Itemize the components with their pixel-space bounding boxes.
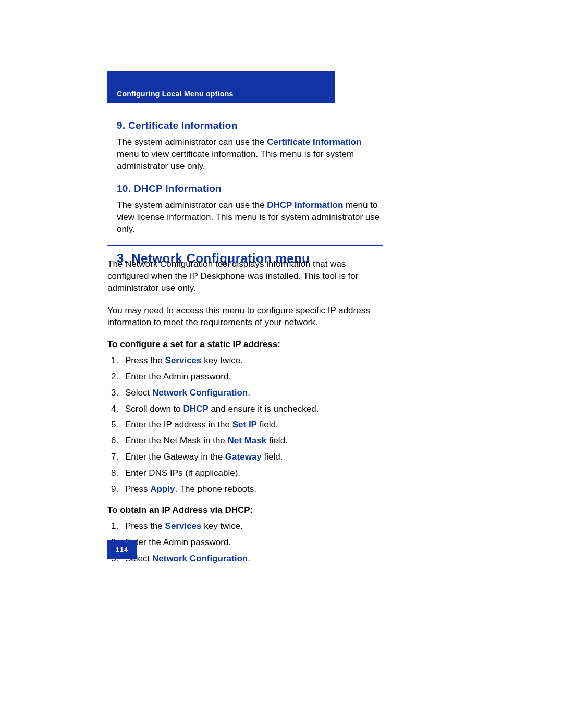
text: Press the xyxy=(125,521,165,531)
text: key twice. xyxy=(202,355,243,365)
text: The system administrator can use the xyxy=(117,200,267,210)
inline-bold: Gateway xyxy=(225,452,262,462)
text: Scroll down to xyxy=(125,404,183,414)
heading-dhcp-info: 10. DHCP Information xyxy=(117,183,383,194)
heading-certificate-info: 9. Certificate Information xyxy=(117,120,383,131)
step-item: Press the Services key twice. xyxy=(121,521,383,533)
step-item: Scroll down to DHCP and ensure it is unc… xyxy=(121,403,383,415)
inline-bold: Net Mask xyxy=(228,436,267,446)
text: menu to view certificate information. Th… xyxy=(117,149,354,171)
chapter-header: Configuring Local Menu options xyxy=(107,71,335,103)
text: . xyxy=(248,388,250,398)
inline-bold: Services xyxy=(165,521,202,531)
text: Press the xyxy=(125,355,165,365)
procedure-title-static-ip: To configure a set for a static IP addre… xyxy=(107,339,383,350)
para-net-1: The Network Configuration tool displays … xyxy=(107,258,383,294)
section-rule xyxy=(107,245,383,246)
step-item: Enter the Net Mask in the Net Mask field… xyxy=(121,435,383,447)
chapter-header-text: Configuring Local Menu options xyxy=(117,90,234,98)
step-item: Enter DNS IPs (if applicable). xyxy=(121,467,383,479)
inline-bold: Certificate Information xyxy=(267,137,361,147)
inline-bold: Set IP xyxy=(232,419,257,429)
content-lower: The Network Configuration tool displays … xyxy=(107,243,383,574)
para-certificate-info: The system administrator can use the Cer… xyxy=(117,137,383,172)
procedure-title-dhcp: To obtain an IP Address via DHCP: xyxy=(107,505,383,515)
text: field. xyxy=(266,436,288,446)
step-item: Press Apply. The phone reboots. xyxy=(121,484,383,496)
text: Enter the Net Mask in the xyxy=(125,436,228,446)
document-page: Configuring Local Menu options 9. Certif… xyxy=(0,0,563,728)
page-number: 114 xyxy=(107,540,137,559)
text: Select xyxy=(125,388,152,398)
inline-bold: Services xyxy=(165,355,202,365)
inline-bold: Network Configuration xyxy=(152,553,248,563)
step-item: Press the Services key twice. xyxy=(121,355,383,367)
para-net-2: You may need to access this menu to conf… xyxy=(107,305,383,329)
para-dhcp-info: The system administrator can use the DHC… xyxy=(117,200,383,236)
text: Enter the IP address in the xyxy=(125,419,232,429)
text: The system administrator can use the xyxy=(117,137,267,147)
text: field. xyxy=(257,419,278,429)
text: key twice. xyxy=(202,521,243,531)
step-item: Select Network Configuration. xyxy=(121,387,383,399)
step-item: Enter the Admin password. xyxy=(121,537,383,549)
step-item: Enter the Admin password. xyxy=(121,371,383,383)
step-item: Enter the Gateway in the Gateway field. xyxy=(121,451,383,463)
text: Enter the Gateway in the xyxy=(125,452,225,462)
step-item: Enter the IP address in the Set IP field… xyxy=(121,419,383,431)
text: and ensure it is unchecked. xyxy=(209,404,319,414)
text: Press xyxy=(125,484,150,494)
inline-bold: Apply xyxy=(150,484,175,494)
text: . xyxy=(248,553,250,563)
steps-dhcp: Press the Services key twice. Enter the … xyxy=(107,521,383,565)
text: field. xyxy=(262,452,283,462)
text: . The phone reboots. xyxy=(175,484,256,494)
inline-bold: DHCP xyxy=(183,404,209,414)
page-number-text: 114 xyxy=(116,546,129,553)
inline-bold: Network Configuration xyxy=(152,388,248,398)
step-item: Select Network Configuration. xyxy=(121,553,383,565)
inline-bold: DHCP Information xyxy=(267,200,343,210)
steps-static-ip: Press the Services key twice. Enter the … xyxy=(107,355,383,496)
